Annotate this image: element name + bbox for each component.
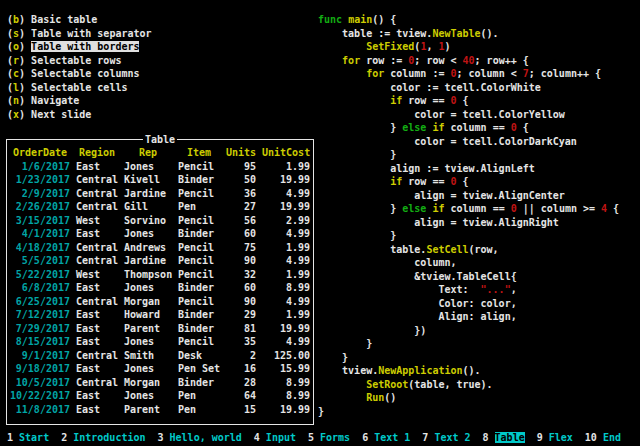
table-cell: 7/29/2017 bbox=[10, 322, 70, 336]
menu-item-label: Table with borders bbox=[31, 41, 139, 52]
statusbar-slide-text-1[interactable]: 6 Text 1 bbox=[362, 432, 410, 443]
menu-item-s[interactable]: (s) Table with separator bbox=[7, 27, 152, 41]
table-cell: 3/15/2017 bbox=[10, 214, 70, 228]
table-row: 10/22/2017EastJonesPen648.99 bbox=[10, 389, 310, 403]
table-cell: East bbox=[76, 281, 118, 295]
code-line: align := tview.AlignLeft bbox=[318, 162, 619, 176]
column-header: UnitCost bbox=[262, 146, 310, 160]
table-cell: Jardine bbox=[124, 254, 172, 268]
table-cell: 8/15/2017 bbox=[10, 335, 70, 349]
table-cell: 60 bbox=[226, 227, 256, 241]
table-cell: Parent bbox=[124, 403, 172, 417]
table-cell: West bbox=[76, 268, 118, 282]
statusbar-slide-flex[interactable]: 9 Flex bbox=[537, 432, 573, 443]
table-cell: Jones bbox=[124, 160, 172, 174]
statusbar-slide-label: Text 2 bbox=[434, 432, 470, 443]
table-cell: 7/12/2017 bbox=[10, 308, 70, 322]
table-cell: 60 bbox=[226, 281, 256, 295]
code-line: } bbox=[318, 148, 619, 162]
table-cell: 6/8/2017 bbox=[10, 281, 70, 295]
menu-item-c[interactable]: (c) Selectable columns bbox=[7, 67, 152, 81]
table-row: 10/5/2017CentralMorganBinder288.99 bbox=[10, 376, 310, 390]
statusbar-slide-hello-world[interactable]: 3 Hello, world bbox=[157, 432, 241, 443]
table-cell: 90 bbox=[226, 254, 256, 268]
code-line: } else if column == 0 { bbox=[318, 121, 619, 135]
table-cell: Pencil bbox=[178, 214, 220, 228]
table-cell: 19.99 bbox=[262, 322, 310, 336]
menu-item-l[interactable]: (l) Selectable cells bbox=[7, 81, 152, 95]
statusbar-slide-end[interactable]: 10 End bbox=[585, 432, 621, 443]
table-cell: 8.99 bbox=[262, 281, 310, 295]
table-cell: 64 bbox=[226, 389, 256, 403]
table-cell: Pen bbox=[178, 389, 220, 403]
table-cell: 8.99 bbox=[262, 389, 310, 403]
menu-item-label: Selectable columns bbox=[31, 68, 139, 79]
table-row: 5/5/2017CentralJardinePencil904.99 bbox=[10, 254, 310, 268]
menu-item-paren: ) bbox=[19, 14, 31, 25]
table-cell: Binder bbox=[178, 376, 220, 390]
statusbar-slide-label: Flex bbox=[549, 432, 573, 443]
table-cell: Pencil bbox=[178, 335, 220, 349]
table-cell: 81 bbox=[226, 322, 256, 336]
statusbar-slide-input[interactable]: 4 Input bbox=[254, 432, 296, 443]
code-line: func main() { bbox=[318, 13, 619, 27]
table-cell: 27 bbox=[226, 200, 256, 214]
table-row: 9/18/2017EastJonesPen Set1615.99 bbox=[10, 362, 310, 376]
table-cell: 19.99 bbox=[262, 403, 310, 417]
table-cell: Jones bbox=[124, 335, 172, 349]
table-cell: 4/1/2017 bbox=[10, 227, 70, 241]
table-cell: Central bbox=[76, 200, 118, 214]
table-cell: Pencil bbox=[178, 268, 220, 282]
menu-item-o[interactable]: (o) Table with borders bbox=[7, 40, 152, 54]
menu-item-label: Selectable cells bbox=[31, 82, 127, 93]
table-cell: Pencil bbox=[178, 254, 220, 268]
table-cell: 5/5/2017 bbox=[10, 254, 70, 268]
code-line: Align: align, bbox=[318, 310, 619, 324]
menu-item-label: Basic table bbox=[31, 14, 97, 25]
table-cell: Central bbox=[76, 376, 118, 390]
table-cell: 125.00 bbox=[262, 349, 310, 363]
statusbar-slide-table[interactable]: 8 Table bbox=[483, 432, 525, 443]
code-line: if row == 0 { bbox=[318, 175, 619, 189]
table-cell: 32 bbox=[226, 268, 256, 282]
table-row: 4/1/2017EastJonesBinder604.99 bbox=[10, 227, 310, 241]
column-header: Item bbox=[178, 146, 220, 160]
menu-item-paren: ) bbox=[19, 41, 31, 52]
table-row: 8/15/2017EastJonesPencil354.99 bbox=[10, 335, 310, 349]
table-cell: Pen Set bbox=[178, 362, 220, 376]
menu-item-label: Next slide bbox=[31, 109, 91, 120]
table-row: 7/29/2017EastParentBinder8119.99 bbox=[10, 322, 310, 336]
table-cell: Binder bbox=[178, 281, 220, 295]
menu-item-r[interactable]: (r) Selectable rows bbox=[7, 54, 152, 68]
code-line: table := tview.NewTable(). bbox=[318, 27, 619, 41]
statusbar-slide-text-2[interactable]: 7 Text 2 bbox=[422, 432, 470, 443]
menu-item-b[interactable]: (b) Basic table bbox=[7, 13, 152, 27]
table-cell: Central bbox=[76, 254, 118, 268]
table-cell: 10/22/2017 bbox=[10, 389, 70, 403]
statusbar-slide-forms[interactable]: 5 Forms bbox=[308, 432, 350, 443]
table-cell: Pencil bbox=[178, 160, 220, 174]
table-cell: 19.99 bbox=[262, 173, 310, 187]
table-row: 6/8/2017EastJonesBinder608.99 bbox=[10, 281, 310, 295]
menu-item-n[interactable]: (n) Navigate bbox=[7, 94, 152, 108]
table-cell: Central bbox=[76, 187, 118, 201]
table-row: 4/18/2017CentralAndrewsPencil751.99 bbox=[10, 241, 310, 255]
statusbar-slide-label: Introduction bbox=[73, 432, 145, 443]
table-cell: Morgan bbox=[124, 295, 172, 309]
table-cell: 56 bbox=[226, 214, 256, 228]
table-cell: 50 bbox=[226, 173, 256, 187]
table-cell: 1.99 bbox=[262, 268, 310, 282]
menu-item-x[interactable]: (x) Next slide bbox=[7, 108, 152, 122]
table-cell: East bbox=[76, 227, 118, 241]
table-cell: 2/9/2017 bbox=[10, 187, 70, 201]
statusbar-slide-introduction[interactable]: 2 Introduction bbox=[61, 432, 145, 443]
table-cell: Binder bbox=[178, 308, 220, 322]
column-header: OrderDate bbox=[10, 146, 70, 160]
table-cell: 4/18/2017 bbox=[10, 241, 70, 255]
menu-item-label: Table with separator bbox=[31, 28, 151, 39]
table-cell: East bbox=[76, 308, 118, 322]
statusbar-slide-start[interactable]: 1 Start bbox=[7, 432, 49, 443]
code-line: table.SetCell(row, bbox=[318, 243, 619, 257]
table-cell: 15.99 bbox=[262, 362, 310, 376]
code-line: color = tcell.ColorYellow bbox=[318, 108, 619, 122]
